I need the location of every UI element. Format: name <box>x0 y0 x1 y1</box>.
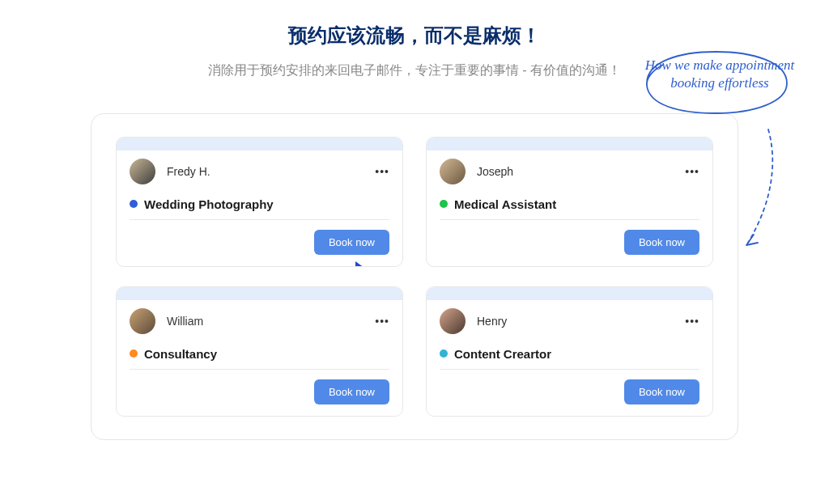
avatar <box>440 308 466 334</box>
more-icon[interactable]: ••• <box>375 165 389 178</box>
more-icon[interactable]: ••• <box>375 315 389 328</box>
annotation-text: How we make appointment booking effortle… <box>643 57 797 92</box>
cursor-icon <box>354 260 372 267</box>
book-now-button[interactable]: Book now <box>624 379 699 404</box>
status-dot-icon <box>440 349 448 358</box>
booking-card: William ••• Consultancy Book now <box>116 286 403 417</box>
book-now-button[interactable]: Book now <box>314 230 389 255</box>
user-name: Joseph <box>477 165 513 178</box>
avatar <box>130 308 155 334</box>
booking-card: Henry ••• Content Creartor Book now <box>426 286 713 417</box>
booking-card: Joseph ••• Medical Assistant Book now <box>426 137 713 267</box>
user-name: Fredy H. <box>167 165 210 178</box>
service-name: Wedding Photography <box>144 197 274 211</box>
service-name: Content Creartor <box>454 347 551 361</box>
page-title: 预约应该流畅，而不是麻烦！ <box>0 23 829 49</box>
service-name: Consultancy <box>144 347 217 361</box>
book-now-button[interactable]: Book now <box>624 230 699 255</box>
status-dot-icon <box>440 200 448 208</box>
book-now-button[interactable]: Book now <box>314 379 389 404</box>
page-subtitle: 消除用于预约安排的来回电子邮件，专注于重要的事情 - 有价值的沟通！ <box>192 60 637 81</box>
booking-card: Fredy H. ••• Wedding Photography Book no… <box>116 137 403 267</box>
more-icon[interactable]: ••• <box>685 165 699 178</box>
card-header-bar <box>427 138 712 150</box>
service-name: Medical Assistant <box>454 197 556 211</box>
annotation-arrow-icon <box>736 125 784 255</box>
cards-container: Fredy H. ••• Wedding Photography Book no… <box>91 113 738 440</box>
user-name: William <box>167 315 203 328</box>
status-dot-icon <box>130 349 138 358</box>
status-dot-icon <box>130 200 138 208</box>
more-icon[interactable]: ••• <box>685 315 699 328</box>
card-header-bar <box>117 287 402 300</box>
handwritten-annotation: How we make appointment booking effortle… <box>643 57 797 92</box>
cards-grid: Fredy H. ••• Wedding Photography Book no… <box>116 137 713 417</box>
avatar <box>130 159 155 184</box>
card-header-bar <box>427 287 712 300</box>
avatar <box>440 159 466 184</box>
card-header-bar <box>117 138 402 150</box>
user-name: Henry <box>477 315 507 328</box>
